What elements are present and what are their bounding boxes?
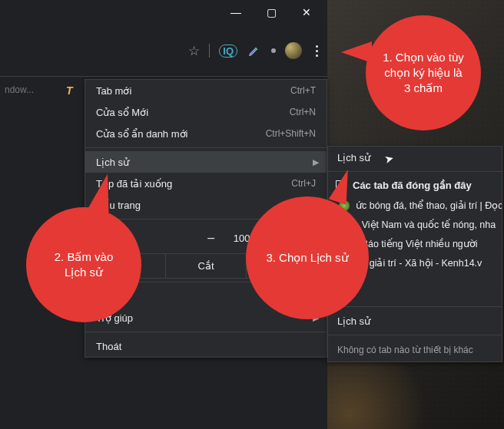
menu-separator	[85, 332, 327, 332]
zoom-out-button[interactable]: –	[204, 231, 218, 245]
tab-label[interactable]: ndow...	[5, 84, 34, 95]
bookmark-star-icon[interactable]: ☆	[188, 43, 200, 59]
toolbar: ☆ IQ	[0, 35, 327, 66]
toolbar-separator	[209, 44, 210, 58]
menu-edit-cut[interactable]: Cắt	[166, 254, 247, 278]
submenu-separator	[328, 335, 502, 335]
section-label: Các tab đã đóng gần đây	[353, 180, 472, 191]
annotation-callout-3: 3. Chọn Lịch sử	[246, 196, 369, 319]
toolbar-dot-icon[interactable]	[271, 48, 276, 53]
submenu-no-tabs-label: Không có tab nào từ thiết bị khác	[328, 338, 502, 361]
menu-shortcut: Ctrl+J	[291, 178, 316, 189]
menu-item-history[interactable]: Lịch sử ▶	[85, 151, 327, 173]
bookmark-bar-divider	[0, 76, 327, 77]
iq-extension-icon[interactable]: IQ	[219, 45, 237, 58]
menu-label: Cửa sổ ẩn danh mới	[96, 128, 187, 140]
menu-item-downloads[interactable]: Tệp đã tải xuống Ctrl+J	[85, 173, 327, 194]
window-titlebar: — ▢ ✕	[0, 0, 327, 25]
submenu-label: Lịch sử	[337, 152, 370, 163]
menu-shortcut: Ctrl+T	[290, 85, 316, 96]
menu-shortcut: Ctrl+N	[290, 107, 316, 117]
submenu-arrow-icon: ▶	[313, 157, 319, 167]
menu-separator	[85, 147, 327, 148]
menu-item-new-tab[interactable]: Tab mới Ctrl+T	[85, 80, 327, 101]
menu-item-incognito[interactable]: Cửa sổ ẩn danh mới Ctrl+Shift+N	[85, 123, 327, 144]
history-entry-label: - Báo tiếng Việt nhiều người	[356, 238, 478, 249]
mouse-cursor-icon: ➤	[383, 152, 396, 167]
three-dots-menu-button[interactable]	[311, 42, 323, 60]
menu-item-new-window[interactable]: Cửa sổ Mới Ctrl+N	[85, 101, 327, 123]
submenu-item-history[interactable]: Lịch sử ➤	[328, 147, 502, 168]
edit-pencil-icon[interactable]	[247, 43, 262, 58]
annotation-callout-1: 1. Chọn vào tùy chọn ký hiệu là 3 chấm	[366, 15, 481, 130]
menu-label: Cửa sổ Mới	[96, 107, 148, 118]
window-minimize-button[interactable]: —	[218, 2, 254, 23]
menu-item-exit[interactable]: Thoát	[85, 335, 327, 357]
menu-shortcut: Ctrl+Shift+N	[266, 128, 316, 139]
menu-label: Lịch sử	[96, 157, 129, 168]
callout-text: 2. Bấm vào Lịch sử	[42, 249, 124, 281]
history-entry-label: - Việt Nam và quốc tế nóng, nha	[356, 219, 496, 230]
annotation-callout-2: 2. Bấm vào Lịch sử	[26, 207, 141, 322]
profile-avatar[interactable]	[285, 42, 302, 59]
callout-text: 1. Chọn vào tùy chọn ký hiệu là 3 chấm	[382, 50, 464, 97]
menu-label: Tab mới	[96, 85, 131, 97]
window-maximize-button[interactable]: ▢	[254, 2, 289, 23]
history-entry-label: ức giải trí - Xã hội - Kenh14.v	[356, 257, 482, 269]
bookmark-bar-icon[interactable]: T	[66, 84, 73, 97]
history-entry-label: ức bóng đá, thể thao, giải trí | Đọc	[356, 200, 502, 211]
menu-label: Thoát	[96, 341, 121, 352]
window-close-button[interactable]: ✕	[289, 2, 324, 23]
callout-text: 3. Chọn Lịch sử	[266, 250, 348, 266]
